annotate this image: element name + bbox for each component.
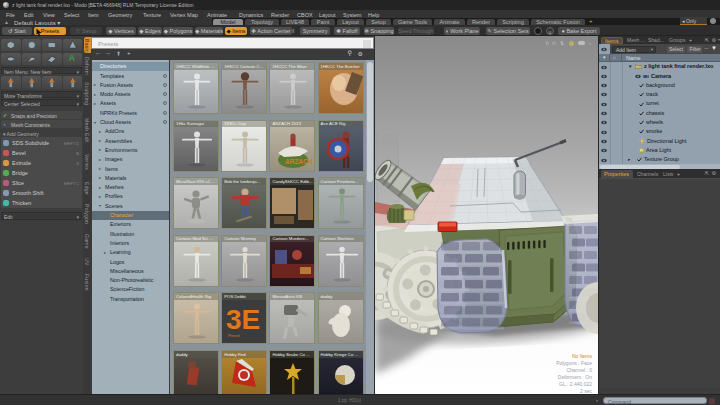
- svg-text:3E: 3E: [226, 304, 260, 335]
- svg-text:ARZACH: ARZACH: [285, 158, 313, 165]
- svg-text:Preset: Preset: [228, 333, 240, 338]
